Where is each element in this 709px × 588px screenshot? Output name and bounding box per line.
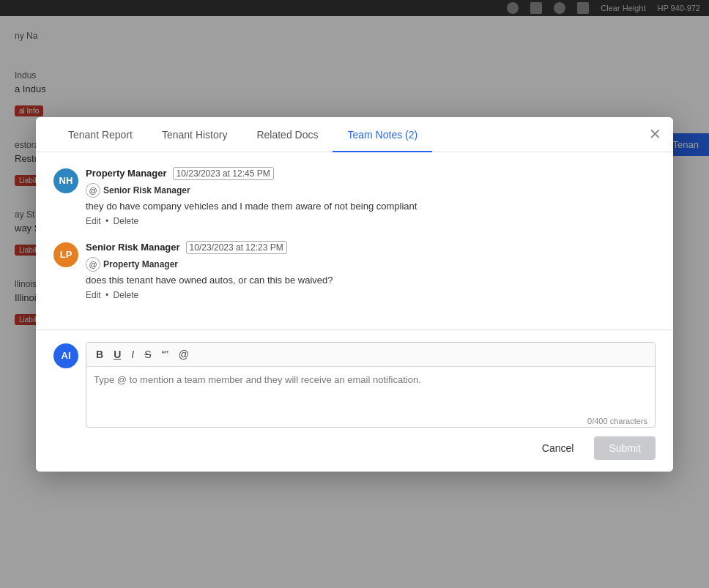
composer-area: AI B U I S “” @ 0/400 characters: [36, 330, 673, 428]
modal-tab-bar: Tenant Report Tenant History Related Doc…: [36, 117, 673, 152]
strikethrough-button[interactable]: S: [142, 347, 153, 362]
composer-toolbar: B U I S “” @: [86, 343, 655, 367]
submit-button[interactable]: Submit: [594, 436, 656, 460]
separator-1: •: [105, 216, 108, 226]
mention-button[interactable]: @: [177, 347, 191, 362]
bold-button[interactable]: B: [94, 347, 105, 362]
italic-button[interactable]: I: [129, 347, 136, 362]
delete-link-2[interactable]: Delete: [114, 290, 139, 300]
cancel-button[interactable]: Cancel: [530, 436, 586, 460]
char-count: 0/400 characters: [86, 414, 655, 427]
tab-tenant-report[interactable]: Tenant Report: [53, 117, 147, 152]
composer-box: B U I S “” @ 0/400 characters: [86, 342, 656, 428]
note-actions-2: Edit • Delete: [86, 290, 656, 300]
composer-row: AI B U I S “” @ 0/400 characters: [53, 342, 656, 428]
note-mention-1: Senior Risk Manager: [103, 185, 190, 196]
note-author-1: Property Manager: [86, 168, 167, 179]
edit-link-1[interactable]: Edit: [86, 216, 101, 226]
avatar-lp: LP: [53, 242, 78, 267]
note-mention-row-1: @ Senior Risk Manager: [86, 183, 656, 198]
note-mention-2: Property Manager: [103, 259, 178, 269]
modal-dialog: Tenant Report Tenant History Related Doc…: [36, 117, 673, 472]
at-icon-1: @: [86, 183, 100, 198]
avatar-ai: AI: [53, 343, 78, 368]
modal-body: NH Property Manager 10/23/2023 at 12:45 …: [36, 152, 673, 330]
note-timestamp-2: 10/23/2023 at 12:23 PM: [186, 241, 287, 254]
delete-link-1[interactable]: Delete: [114, 216, 139, 226]
separator-2: •: [105, 290, 108, 300]
note-content-2: Senior Risk Manager 10/23/2023 at 12:23 …: [86, 241, 656, 300]
underline-button[interactable]: U: [111, 347, 123, 362]
close-button[interactable]: ✕: [649, 127, 661, 141]
tab-team-notes[interactable]: Team Notes (2): [333, 117, 432, 152]
note-author-2: Senior Risk Manager: [86, 242, 180, 253]
note-content-1: Property Manager 10/23/2023 at 12:45 PM …: [86, 167, 656, 226]
note-entry-1: NH Property Manager 10/23/2023 at 12:45 …: [53, 167, 656, 226]
modal-overlay: Tenant Report Tenant History Related Doc…: [0, 0, 709, 588]
at-icon-2: @: [86, 257, 100, 272]
quote-button[interactable]: “”: [159, 347, 170, 362]
note-actions-1: Edit • Delete: [86, 216, 656, 226]
tab-related-docs[interactable]: Related Docs: [242, 117, 333, 152]
modal-footer: Cancel Submit: [36, 428, 673, 472]
note-text-2: does this tenant have owned autos, or ca…: [86, 275, 656, 286]
note-entry-2: LP Senior Risk Manager 10/23/2023 at 12:…: [53, 241, 656, 300]
edit-link-2[interactable]: Edit: [86, 290, 101, 300]
avatar-nh: NH: [53, 168, 78, 193]
note-timestamp-1: 10/23/2023 at 12:45 PM: [173, 167, 274, 180]
note-header-2: Senior Risk Manager 10/23/2023 at 12:23 …: [86, 241, 656, 254]
note-mention-row-2: @ Property Manager: [86, 257, 656, 272]
tab-tenant-history[interactable]: Tenant History: [147, 117, 242, 152]
composer-input[interactable]: [86, 367, 655, 411]
note-header-1: Property Manager 10/23/2023 at 12:45 PM: [86, 167, 656, 180]
note-text-1: they do have company vehicles and I made…: [86, 201, 656, 212]
